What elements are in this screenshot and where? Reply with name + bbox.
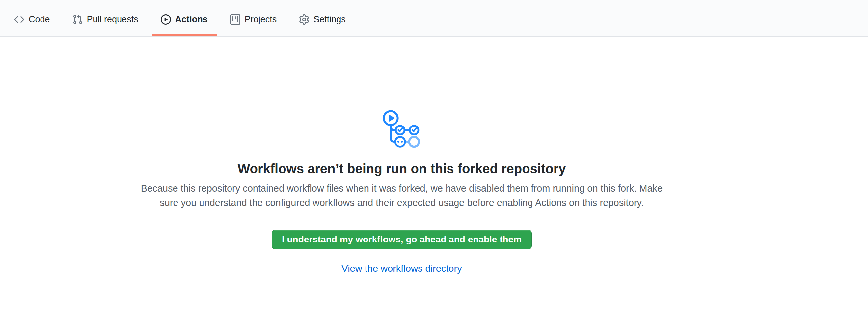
tab-label: Actions	[175, 15, 208, 24]
tab-projects[interactable]: Projects	[221, 0, 286, 36]
tab-actions[interactable]: Actions	[152, 0, 217, 36]
tab-settings[interactable]: Settings	[290, 0, 354, 36]
tab-label: Projects	[245, 15, 277, 24]
tab-label: Code	[29, 15, 50, 24]
description-line-2: sure you understand the configured workf…	[141, 196, 663, 210]
page-title: Workflows aren’t being run on this forke…	[238, 160, 566, 177]
gear-icon	[299, 14, 309, 25]
tab-label: Settings	[313, 15, 346, 24]
tab-pull-requests[interactable]: Pull requests	[64, 0, 147, 36]
enable-workflows-button[interactable]: I understand my workflows, go ahead and …	[272, 229, 532, 249]
description: Because this repository contained workfl…	[141, 182, 663, 210]
view-workflows-directory-link[interactable]: View the workflows directory	[341, 263, 462, 274]
project-icon	[230, 14, 240, 25]
tab-code[interactable]: Code	[5, 0, 59, 36]
actions-blankslate: Workflows aren’t being run on this forke…	[0, 37, 868, 274]
code-icon	[14, 14, 24, 25]
git-pull-request-icon	[72, 14, 83, 25]
description-line-1: Because this repository contained workfl…	[141, 182, 663, 196]
repo-nav: Code Pull requests Actions Projects Sett…	[0, 0, 868, 37]
tab-label: Pull requests	[87, 15, 138, 24]
play-icon	[161, 14, 171, 25]
workflow-graph-icon	[383, 110, 421, 149]
